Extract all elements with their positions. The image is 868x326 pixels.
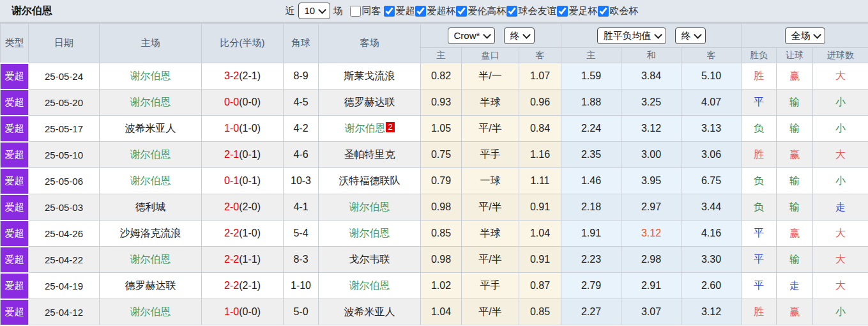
- score-fulltime: 1-0: [224, 123, 239, 134]
- asian-odds-cell: 平/半: [462, 299, 519, 325]
- europe-odds-cell: 3.06: [681, 142, 742, 168]
- score-cell: 1-0(0-0): [202, 299, 284, 325]
- subheader-asian-home: 主: [421, 48, 462, 63]
- asian-odds-cell: 0.87: [519, 273, 561, 299]
- row-type: 爱超: [1, 247, 29, 273]
- asian-odds-cell: 0.79: [421, 168, 462, 194]
- row-type: 爱超: [1, 221, 29, 247]
- asian-odds-cell: 1.07: [519, 63, 561, 89]
- match-count-select[interactable]: 10: [298, 3, 330, 19]
- score-halftime: (0-0): [239, 97, 261, 107]
- europe-odds-cell: 2.91: [621, 273, 681, 299]
- score-fulltime: 0-1: [224, 175, 239, 186]
- filter-球会友谊[interactable]: 球会友谊: [506, 5, 557, 17]
- asian-odds-cell: 半球: [462, 221, 519, 247]
- asian-odds-cell: 0.96: [519, 89, 561, 116]
- score-cell: 0-0(0-0): [202, 89, 284, 116]
- europe-odds-cell: 1.46: [561, 168, 621, 194]
- row-date: 25-05-24: [29, 63, 100, 89]
- row-type: 爱超: [1, 299, 29, 325]
- asian-odds-cell: 0.98: [421, 194, 462, 221]
- europe-odds-cell: 2.60: [681, 273, 742, 299]
- away-team: 谢尔伯恩: [349, 228, 390, 238]
- away-team: 谢尔伯恩: [344, 123, 385, 134]
- filter-label: 爱伦高杯: [468, 5, 506, 17]
- row-type: 爱超: [1, 168, 29, 194]
- subheader-asian-handicap: 盘口: [462, 48, 519, 63]
- result-cell: 平: [742, 273, 777, 299]
- filter-checkbox[interactable]: [456, 6, 467, 17]
- asian-odds-cell: 平手: [462, 273, 519, 299]
- bookmaker-time-select-wrap: 终: [504, 27, 535, 44]
- europe-odds-cell: 3.00: [621, 142, 681, 168]
- home-team: 谢尔伯恩: [130, 175, 171, 186]
- score-fulltime: 2-2: [224, 254, 239, 265]
- europe-odds-group-header: 胜平负均值 终: [561, 24, 742, 48]
- table-row: 爱超 25-05-10 谢尔伯恩 2-1(0-1) 4-6 圣帕特里克 0.75…: [1, 142, 868, 168]
- result-cell: 大: [813, 221, 868, 247]
- filter-爱伦高杯[interactable]: 爱伦高杯: [456, 5, 506, 17]
- row-type: 爱超: [1, 142, 29, 168]
- topbar-controls: 近 10 场 同客爱超爱超杯爱伦高杯球会友谊爱足杯欧会杯: [282, 3, 639, 19]
- filter-checkbox[interactable]: [350, 6, 361, 17]
- filter-checkbox[interactable]: [384, 6, 395, 17]
- odds-type-select[interactable]: 胜平负均值: [597, 27, 666, 44]
- filter-checkbox[interactable]: [598, 6, 609, 17]
- filter-checkbox[interactable]: [415, 6, 426, 17]
- asian-odds-cell: 1.05: [421, 116, 462, 142]
- result-cell: 赢: [777, 299, 813, 325]
- row-type: 爱超: [1, 116, 29, 142]
- result-cell: 赢: [777, 142, 813, 168]
- bookmaker-time-select[interactable]: 终: [504, 27, 535, 44]
- filter-checkbox[interactable]: [557, 6, 568, 17]
- home-team: 德罗赫达联: [125, 280, 176, 291]
- europe-odds-cell: 4.16: [681, 221, 742, 247]
- result-cell: 输: [777, 89, 813, 116]
- row-date: 25-04-12: [29, 299, 100, 325]
- filter-checkbox[interactable]: [506, 6, 517, 17]
- europe-odds-cell: 3.30: [681, 247, 742, 273]
- odds-time-select[interactable]: 终: [675, 27, 706, 44]
- filter-爱超[interactable]: 爱超: [384, 5, 415, 17]
- europe-odds-cell: 4.07: [681, 89, 742, 116]
- score-halftime: (0-0): [239, 306, 261, 317]
- result-cell: 输: [777, 168, 813, 194]
- score-halftime: (2-1): [239, 70, 261, 81]
- asian-odds-cell: 1.16: [519, 142, 561, 168]
- row-date: 25-05-06: [29, 168, 100, 194]
- asian-odds-cell: 0.91: [519, 247, 561, 273]
- asian-odds-cell: 平/半: [462, 247, 519, 273]
- away-team: 沃特福德联队: [339, 175, 400, 186]
- filter-爱足杯[interactable]: 爱足杯: [557, 5, 598, 17]
- subheader-europe-away: 客: [681, 48, 742, 63]
- row-corners: 5-4: [284, 221, 319, 247]
- row-date: 25-05-10: [29, 142, 100, 168]
- away-cell: 德罗赫达联: [319, 89, 421, 116]
- away-cell: 谢尔伯恩: [319, 221, 421, 247]
- row-type: 爱超: [1, 194, 29, 221]
- home-team: 波希米亚人: [125, 123, 176, 134]
- row-corners: 4-6: [284, 142, 319, 168]
- score-halftime: (1-0): [239, 123, 261, 134]
- filter-label: 爱超杯: [427, 5, 456, 17]
- europe-odds-cell: 1.91: [561, 221, 621, 247]
- asian-odds-cell: 1.04: [519, 221, 561, 247]
- bookmaker-select[interactable]: Crow*: [448, 27, 495, 44]
- scope-select[interactable]: 全场: [785, 27, 825, 44]
- filter-同客[interactable]: 同客: [350, 5, 381, 17]
- table-row: 爱超 25-05-20 谢尔伯恩 0-0(0-0) 4-5 德罗赫达联 0.93…: [1, 89, 868, 116]
- filter-label: 欧会杯: [610, 5, 639, 17]
- score-halftime: (0-1): [239, 175, 261, 186]
- subheader-europe-draw: 和: [621, 48, 681, 63]
- score-halftime: (1-1): [239, 254, 261, 265]
- filter-爱超杯[interactable]: 爱超杯: [415, 5, 456, 17]
- europe-odds-cell: 2.35: [561, 142, 621, 168]
- filter-label: 爱足杯: [569, 5, 598, 17]
- filter-label: 球会友谊: [519, 5, 557, 17]
- filter-欧会杯[interactable]: 欧会杯: [598, 5, 639, 17]
- row-date: 25-04-19: [29, 273, 100, 299]
- row-type: 爱超: [1, 63, 29, 89]
- score-cell: 2-0(2-0): [202, 194, 284, 221]
- europe-odds-cell: 3.84: [621, 63, 681, 89]
- row-date: 25-05-17: [29, 116, 100, 142]
